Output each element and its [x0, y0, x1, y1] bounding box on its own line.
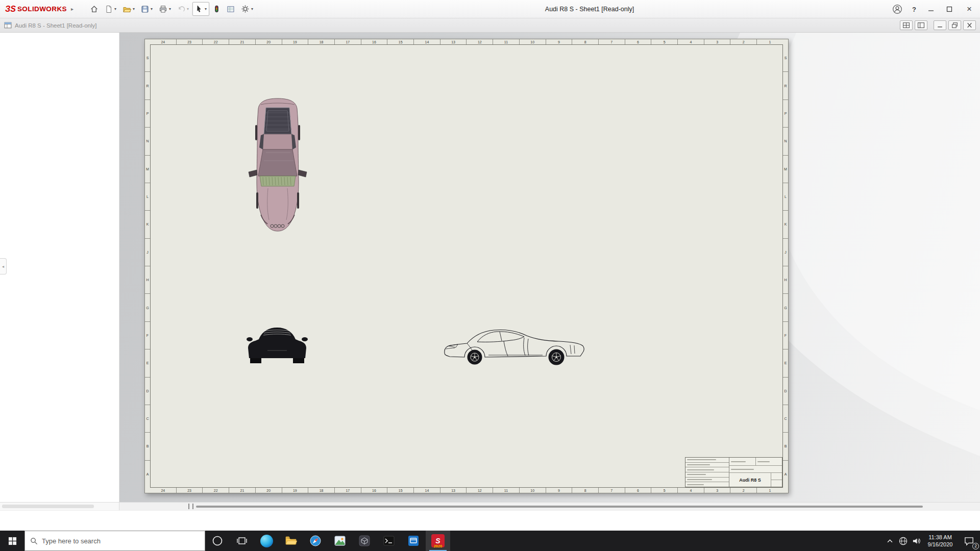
command-prompt-button[interactable]	[377, 531, 401, 551]
help-button[interactable]: ?	[906, 0, 922, 18]
chevron-down-icon[interactable]: ▾	[133, 7, 135, 11]
save-button[interactable]: ▾	[138, 2, 155, 16]
drawing-sheet[interactable]: 242322212019181716151413121110987654321 …	[144, 39, 789, 493]
maximize-button[interactable]	[940, 0, 959, 18]
sheet-properties-button[interactable]	[224, 2, 237, 16]
app-titlebar: ЗS SOLIDWORKS ▸ ▾ ▾ ▾ ▾ ▾ ▾	[0, 0, 980, 18]
zone-strip-bottom: 242322212019181716151413121110987654321	[150, 488, 783, 493]
panel-scrollbar[interactable]	[0, 503, 119, 510]
photos-app-button[interactable]	[328, 531, 352, 551]
zone-label: 17	[335, 488, 361, 493]
zone-label: P	[145, 100, 150, 128]
chevron-down-icon[interactable]: ▾	[251, 7, 253, 11]
zone-label: 1	[757, 39, 783, 44]
cortana-button[interactable]	[205, 531, 230, 551]
start-button[interactable]	[0, 531, 24, 551]
zone-label: 16	[361, 39, 388, 44]
pane-split-handle[interactable]	[188, 504, 193, 509]
options-gear-icon	[241, 5, 250, 13]
taskbar-search[interactable]	[24, 531, 205, 551]
close-icon: ×	[967, 4, 972, 14]
zone-label: H	[783, 266, 788, 294]
close-button[interactable]: ×	[959, 0, 980, 18]
zone-label: E	[783, 349, 788, 377]
terminal-icon	[383, 535, 395, 547]
minimize-icon	[928, 6, 934, 12]
panel-scrollbar-thumb[interactable]	[2, 505, 94, 508]
rebuild-button[interactable]	[210, 2, 223, 16]
chevron-down-icon[interactable]: ▾	[151, 7, 153, 11]
open-button[interactable]: ▾	[120, 2, 137, 16]
panel-collapse-tab[interactable]: ◄	[0, 258, 7, 274]
zone-label: 22	[203, 39, 229, 44]
file-explorer-button[interactable]	[279, 531, 303, 551]
compass-browser-button[interactable]	[303, 531, 328, 551]
user-avatar-icon	[892, 4, 902, 14]
chevron-down-icon[interactable]: ▾	[169, 7, 171, 11]
solidworks-app-button[interactable]: S 2020	[426, 531, 450, 551]
minimize-icon	[937, 22, 943, 28]
zone-label: 3	[704, 488, 731, 493]
doc-close-button[interactable]	[963, 20, 976, 30]
viewport-split-button[interactable]	[900, 20, 913, 30]
network-button[interactable]	[896, 531, 910, 551]
action-center-button[interactable]: 2	[958, 531, 980, 551]
car-front-view-drawing[interactable]	[245, 322, 309, 365]
print-icon	[159, 5, 167, 13]
menu-expand-arrow-icon[interactable]: ▸	[71, 6, 74, 12]
zone-label: 8	[572, 39, 599, 44]
viewport-single-button[interactable]	[915, 20, 927, 30]
chevron-down-icon[interactable]: ▾	[205, 7, 207, 11]
3d-viewer-button[interactable]	[352, 531, 377, 551]
undo-button[interactable]: ▾	[175, 2, 191, 16]
zone-label: 2	[730, 488, 757, 493]
search-input[interactable]	[42, 537, 200, 545]
new-document-button[interactable]: ▾	[102, 2, 119, 16]
solidworks-logo[interactable]: ЗS SOLIDWORKS ▸	[0, 5, 74, 14]
taskbar-clock[interactable]: 11:38 AM 9/16/2020	[923, 531, 958, 551]
clock-time: 11:38 AM	[928, 534, 952, 541]
graphics-viewport[interactable]: ◄ 24232221201918171615141312111098765432…	[0, 33, 980, 502]
zone-label: 15	[387, 39, 414, 44]
zone-label: A	[783, 461, 788, 488]
horizontal-scrollbar[interactable]	[0, 502, 980, 510]
zone-label: 13	[440, 39, 467, 44]
taskbar: S 2020 11:38 AM 9/16/2020 2	[0, 531, 980, 551]
doc-minimize-button[interactable]	[934, 20, 946, 30]
scrollbar-thumb[interactable]	[196, 506, 923, 508]
zone-label: 10	[520, 39, 546, 44]
zone-label: J	[783, 239, 788, 266]
volume-button[interactable]	[910, 531, 923, 551]
chevron-down-icon[interactable]: ▾	[114, 7, 116, 11]
brand-text: SOLIDWORKS	[17, 5, 67, 13]
zone-label: P	[783, 100, 788, 128]
account-button[interactable]	[888, 0, 906, 18]
zone-label: 14	[414, 488, 440, 493]
chevron-down-icon[interactable]: ▾	[187, 7, 189, 11]
options-button[interactable]: ▾	[238, 2, 256, 16]
zone-label: 1	[757, 488, 783, 493]
speaker-icon	[912, 536, 921, 546]
notification-badge: 2	[972, 543, 979, 549]
minimize-button[interactable]	[922, 0, 940, 18]
edge-browser-button[interactable]	[254, 531, 279, 551]
task-view-button[interactable]	[230, 531, 254, 551]
car-top-view-drawing[interactable]	[246, 95, 310, 234]
doc-restore-button[interactable]	[948, 20, 961, 30]
sheet-drawing-area[interactable]: Audi R8 S	[150, 44, 783, 488]
tray-overflow-button[interactable]	[883, 531, 896, 551]
zone-label: H	[145, 266, 150, 294]
zone-label: G	[783, 294, 788, 321]
blue-window-app-button[interactable]	[401, 531, 426, 551]
print-button[interactable]: ▾	[156, 2, 174, 16]
feature-manager-panel	[0, 33, 119, 502]
zone-label: L	[145, 183, 150, 211]
zone-label: 9	[546, 39, 573, 44]
zone-label: 12	[467, 39, 493, 44]
zone-strip-left: SRPNMLKJHGFEDCBA	[145, 44, 150, 488]
window-title: Audi R8 S - Sheet1 [Read-only]	[510, 0, 669, 18]
home-button[interactable]	[87, 2, 101, 16]
select-tool-button[interactable]: ▾	[192, 2, 209, 16]
zone-label: C	[145, 405, 150, 433]
car-side-view-drawing[interactable]	[443, 324, 586, 368]
